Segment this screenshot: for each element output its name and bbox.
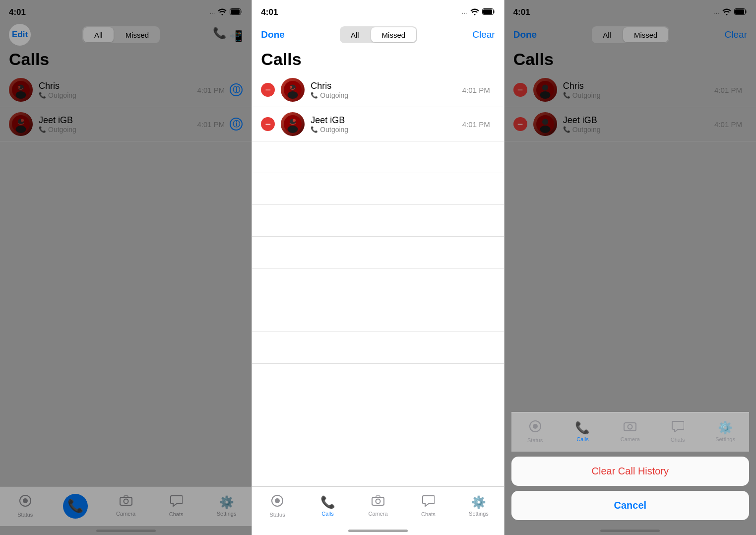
right-time: 4:01 xyxy=(513,7,530,17)
svg-point-41 xyxy=(540,126,550,133)
center-chats-tab-icon xyxy=(422,495,435,510)
right-battery-icon xyxy=(734,8,747,16)
left-tab-chats[interactable]: Chats xyxy=(151,490,201,522)
right-chats-tab-icon xyxy=(671,420,684,435)
right-done-button[interactable]: Done xyxy=(513,29,537,40)
right-tab-settings-label: Settings xyxy=(715,436,735,442)
right-panel: 4:01 ··· Done All Misse xyxy=(504,0,756,535)
right-tab-camera[interactable]: Camera xyxy=(606,415,654,448)
right-filter-missed[interactable]: Missed xyxy=(623,27,669,42)
center-status-bar: 4:01 ··· xyxy=(252,0,504,22)
clear-call-history-button[interactable]: Clear Call History xyxy=(511,457,749,486)
left-call-info-jeet: Jeet iGB Outgoing xyxy=(39,115,197,134)
svg-rect-32 xyxy=(376,496,380,497)
left-status-icons: ··· xyxy=(209,8,243,17)
center-avatar-jeet xyxy=(281,112,305,136)
center-tab-chats[interactable]: Chats xyxy=(403,490,453,522)
left-camera-tab-icon xyxy=(120,495,132,509)
right-clear-button[interactable]: Clear xyxy=(725,29,747,40)
right-status-icons: ··· xyxy=(714,8,747,17)
left-filter-segment: All Missed xyxy=(82,26,160,43)
center-delete-chris[interactable] xyxy=(261,83,275,97)
center-clear-button[interactable]: Clear xyxy=(472,29,495,40)
center-tab-camera[interactable]: Camera xyxy=(353,490,403,522)
center-call-info-chris: Chris Outgoing xyxy=(311,81,462,99)
svg-point-31 xyxy=(376,499,380,504)
left-edit-button[interactable]: Edit xyxy=(9,24,31,46)
svg-rect-19 xyxy=(494,10,495,13)
action-sheet: Status 📞 Calls Camera Chats ⚙️ Settin xyxy=(504,412,756,535)
svg-point-26 xyxy=(288,126,298,133)
right-filter-all[interactable]: All xyxy=(592,26,622,43)
right-delete-jeet[interactable] xyxy=(513,117,527,131)
left-add-call-button[interactable]: 📞+ 📲 xyxy=(211,27,243,43)
svg-rect-14 xyxy=(120,497,132,505)
left-info-btn-jeet[interactable]: ⓘ xyxy=(230,118,243,131)
right-tab-chats[interactable]: Chats xyxy=(654,415,701,448)
right-settings-tab-icon: ⚙️ xyxy=(718,421,733,435)
center-empty-row-6 xyxy=(252,300,504,332)
center-call-direction-chris: Outgoing xyxy=(311,91,462,99)
center-filter-segment: All Missed xyxy=(340,26,417,43)
left-wifi-icon xyxy=(218,8,227,17)
left-info-btn-chris[interactable]: ⓘ xyxy=(230,83,243,96)
svg-point-29 xyxy=(275,498,280,503)
svg-point-23 xyxy=(290,86,293,88)
center-filter-missed[interactable]: Missed xyxy=(371,27,417,42)
svg-point-10 xyxy=(16,126,26,133)
right-avatar-jeet xyxy=(533,112,557,136)
left-tab-calls[interactable]: 📞 xyxy=(50,490,100,522)
left-filter-all[interactable]: All xyxy=(83,27,114,42)
center-tab-camera-label: Camera xyxy=(368,511,387,517)
right-delete-chris[interactable] xyxy=(513,83,527,97)
center-delete-jeet[interactable] xyxy=(261,117,275,131)
left-avatar-chris xyxy=(9,78,33,102)
left-tab-camera[interactable]: Camera xyxy=(101,490,151,522)
center-battery-icon xyxy=(482,8,495,16)
center-empty-row-7 xyxy=(252,332,504,364)
center-call-time-jeet: 4:01 PM xyxy=(462,120,490,129)
right-tab-settings[interactable]: ⚙️ Settings xyxy=(701,415,749,448)
left-status-tab-icon xyxy=(19,494,32,510)
center-settings-tab-icon: ⚙️ xyxy=(471,495,486,509)
center-empty-row-3 xyxy=(252,205,504,237)
right-tab-calls[interactable]: 📞 Calls xyxy=(559,415,607,448)
left-tab-bar: Status 📞 Camera Chats ⚙️ Settings xyxy=(0,486,252,526)
svg-rect-30 xyxy=(372,497,384,505)
center-tab-settings[interactable]: ⚙️ Settings xyxy=(453,490,504,522)
center-signal-icon: ··· xyxy=(462,9,467,16)
left-call-direction-jeet: Outgoing xyxy=(39,126,197,134)
center-empty-row-4 xyxy=(252,237,504,268)
right-tab-status[interactable]: Status xyxy=(511,415,559,448)
left-tab-settings[interactable]: ⚙️ Settings xyxy=(201,490,252,522)
svg-point-40 xyxy=(542,119,548,125)
cancel-button[interactable]: Cancel xyxy=(511,491,749,520)
center-empty-row-2 xyxy=(252,173,504,205)
svg-rect-34 xyxy=(735,9,744,14)
left-tab-status[interactable]: Status xyxy=(0,490,50,522)
center-tab-chats-label: Chats xyxy=(421,511,436,517)
left-signal-icon: ··· xyxy=(209,9,215,16)
left-home-indicator xyxy=(0,526,252,535)
center-call-name-jeet: Jeet iGB xyxy=(311,115,462,126)
center-done-button[interactable]: Done xyxy=(261,29,285,40)
left-filter-missed[interactable]: Missed xyxy=(115,26,160,43)
left-chats-tab-icon xyxy=(170,495,183,510)
right-call-direction-chris: Outgoing xyxy=(563,91,714,99)
left-tab-status-label: Status xyxy=(17,512,33,518)
svg-rect-2 xyxy=(241,10,242,13)
center-tab-calls-label: Calls xyxy=(321,511,333,517)
svg-rect-18 xyxy=(483,9,492,14)
right-call-time-chris: 4:01 PM xyxy=(714,86,742,94)
right-call-info-chris: Chris Outgoing xyxy=(563,81,714,99)
left-status-bar: 4:01 ··· xyxy=(0,0,252,22)
center-call-list: Chris Outgoing 4:01 PM Jeet iGB Outgoing xyxy=(252,73,504,486)
left-call-item-chris: Chris Outgoing 4:01 PM ⓘ xyxy=(0,73,252,107)
center-tab-bar: Status 📞 Calls Camera Chats ⚙️ Settings xyxy=(252,486,504,526)
center-filter-all[interactable]: All xyxy=(340,26,370,43)
right-tab-camera-label: Camera xyxy=(621,436,640,442)
right-camera-tab-icon xyxy=(624,421,636,435)
center-tab-calls[interactable]: 📞 Calls xyxy=(303,490,353,522)
center-call-direction-jeet: Outgoing xyxy=(311,126,462,134)
center-tab-status[interactable]: Status xyxy=(252,490,302,522)
